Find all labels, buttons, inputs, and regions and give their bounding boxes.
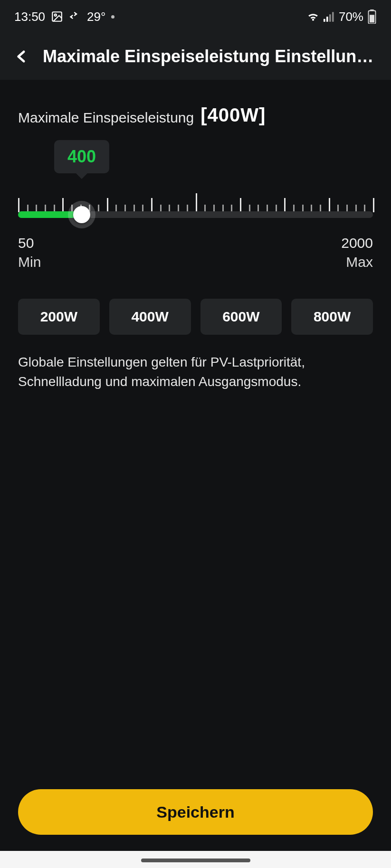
svg-point-1	[55, 14, 57, 16]
wifi-icon	[306, 11, 320, 22]
preset-button-800w[interactable]: 800W	[291, 299, 373, 335]
slider-min-value: 50	[18, 235, 34, 251]
status-battery-text: 70%	[339, 9, 363, 24]
gallery-icon	[51, 10, 63, 23]
svg-rect-4	[329, 14, 331, 22]
app-header: Maximale Einspeiseleistung Einstellungen	[0, 33, 391, 80]
status-time: 13:50	[14, 9, 45, 24]
page-title: Maximale Einspeiseleistung Einstellungen	[43, 47, 377, 66]
svg-rect-3	[326, 17, 328, 22]
nav-handle[interactable]	[141, 859, 250, 862]
svg-rect-2	[324, 19, 325, 22]
slider-thumb[interactable]	[73, 206, 90, 223]
battery-icon	[367, 9, 377, 24]
preset-button-600w[interactable]: 600W	[200, 299, 282, 335]
setting-label: Maximale Einspeiseleistung	[18, 110, 194, 126]
transfer-icon	[69, 12, 81, 21]
status-temperature: 29°	[87, 9, 105, 24]
status-dot-icon	[111, 15, 114, 19]
preset-button-200w[interactable]: 200W	[18, 299, 100, 335]
save-button[interactable]: Speichern	[18, 789, 373, 835]
svg-rect-8	[370, 15, 374, 22]
setting-value: [400W]	[200, 104, 266, 126]
preset-button-400w[interactable]: 400W	[109, 299, 191, 335]
status-bar: 13:50 29° 70%	[0, 0, 391, 33]
signal-icon	[324, 11, 335, 22]
slider-max-label: Max	[346, 254, 373, 270]
svg-rect-5	[332, 12, 334, 21]
power-slider[interactable]	[18, 193, 373, 218]
slider-max-value: 2000	[341, 235, 373, 251]
slider-min-label: Min	[18, 254, 41, 270]
setting-heading: Maximale Einspeiseleistung [400W]	[18, 104, 373, 126]
info-text: Globale Einstellungen gelten für PV-Last…	[18, 353, 370, 391]
back-icon[interactable]	[14, 47, 29, 66]
slider-tooltip: 400	[54, 140, 109, 173]
